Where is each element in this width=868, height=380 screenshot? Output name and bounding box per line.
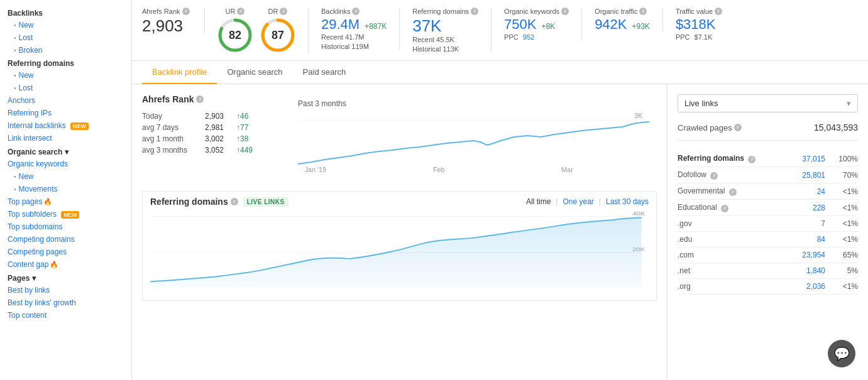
sidebar-item-content-gap[interactable]: Content gap (0, 258, 131, 271)
crawled-pages-value: 15,043,593 (814, 122, 858, 133)
ok-ppc-value[interactable]: 952 (523, 33, 534, 41)
gov-value: 24 (817, 187, 825, 196)
ahrefs-rank-value: 2,903 (142, 18, 192, 34)
dr-label: DR i (268, 8, 288, 15)
new-badge: NEW (70, 122, 89, 130)
sidebar-section-referring-domains[interactable]: Referring domains (0, 57, 131, 69)
rank-row-3months: avg 3 months 3,052 ↑449 (142, 146, 280, 155)
ur-gauge: UR i 82 (217, 8, 253, 53)
time-option-all-time[interactable]: All time (526, 197, 551, 206)
rd-right-info-icon[interactable]: i (748, 156, 755, 163)
ok-label: Organic keywords i (504, 8, 569, 15)
crawled-pages-label: Crawled pages i (678, 123, 742, 133)
sidebar-item-top-subdomains[interactable]: Top subdomains (0, 220, 131, 233)
ar-chart-svg: 3K Jan '19 Feb Mar (298, 111, 649, 173)
ur-value: 82 (229, 29, 241, 42)
ar-section-title: Ahrefs Rank i (142, 94, 280, 104)
rd-chart-svg: 40K 20K (150, 209, 649, 288)
sidebar-item-top-content[interactable]: Top content (0, 309, 131, 322)
sidebar-item-top-subfolders[interactable]: Top subfolders NEW (0, 208, 131, 220)
ar-info-icon[interactable]: i (196, 95, 204, 103)
sidebar-item-ok-new[interactable]: • New (0, 170, 131, 183)
tv-info-icon[interactable]: i (715, 8, 722, 15)
sidebar-item-best-by-links[interactable]: Best by links (0, 284, 131, 296)
stats-bar: Ahrefs Rank i 2,903 UR i 82 (132, 0, 868, 61)
ur-info-icon[interactable]: i (237, 8, 244, 15)
sidebar-item-anchors[interactable]: Anchors (0, 94, 131, 107)
tv-ppc-value: $7.1K (695, 33, 713, 41)
rd-com-row: .com 23,954 65% (678, 247, 858, 263)
chart-time-label: Past 3 months (298, 99, 346, 108)
crawled-pages-row: Crawled pages i 15,043,593 (678, 122, 858, 141)
tv-label: Traffic value i (676, 8, 722, 15)
ok-value: 750K (504, 18, 536, 31)
ot-info-icon[interactable]: i (639, 8, 647, 15)
chat-button[interactable]: 💬 (828, 340, 855, 367)
sidebar-item-best-by-links-growth[interactable]: Best by links' growth (0, 296, 131, 309)
rd-chart-info-icon[interactable]: i (231, 198, 238, 205)
stat-traffic-value: Traffic value i $318K PPC $7.1K (663, 8, 735, 41)
ur-circle: 82 (217, 18, 253, 53)
backlinks-delta: +887K (365, 22, 387, 31)
sidebar-item-backlinks-lost[interactable]: • Lost (0, 31, 131, 44)
sidebar: Backlinks • New • Lost • Broken Referrin… (0, 0, 132, 380)
stat-referring-domains: Referring domains i 37K Recent 45.5K His… (400, 8, 492, 53)
sidebar-item-competing-pages[interactable]: Competing pages (0, 246, 131, 258)
sidebar-item-internal-backlinks[interactable]: Internal backlinks NEW (0, 119, 131, 132)
main-panel: Ahrefs Rank i 2,903 UR i 82 (132, 0, 868, 380)
time-option-one-year[interactable]: One year (563, 197, 593, 206)
dofollow-pct: 70% (833, 171, 858, 180)
svg-text:Jan '19: Jan '19 (305, 166, 327, 173)
dr-circle: 87 (260, 18, 295, 53)
rd-educational-row: Educational i 228 <1% (678, 200, 858, 216)
rank-row-today: Today 2,903 ↑46 (142, 112, 280, 121)
dofollow-info-icon[interactable]: i (710, 172, 718, 180)
sidebar-item-ok-movements[interactable]: • Movements (0, 183, 131, 195)
org-pct: <1% (833, 282, 858, 291)
ok-info-icon[interactable]: i (561, 8, 569, 15)
rd-total-value: 37,015 (802, 155, 825, 163)
dropdown-arrow-icon: ▾ (847, 99, 851, 108)
ahrefs-rank-info-icon[interactable]: i (182, 8, 190, 15)
edu-pct: <1% (833, 204, 858, 212)
sidebar-item-referring-ips[interactable]: Referring IPs (0, 107, 131, 119)
sidebar-section-backlinks[interactable]: Backlinks (0, 6, 131, 19)
sidebar-item-organic-keywords[interactable]: Organic keywords (0, 158, 131, 170)
time-option-last-30[interactable]: Last 30 days (606, 197, 649, 206)
edu-tld-pct: <1% (833, 235, 858, 244)
sidebar-section-pages[interactable]: Pages ▾ (0, 271, 131, 284)
tab-backlink-profile[interactable]: Backlink profile (142, 61, 217, 84)
edu-tld-value: 84 (817, 235, 825, 244)
sidebar-item-rd-new[interactable]: • New (0, 69, 131, 82)
live-links-dropdown[interactable]: Live links ▾ (678, 94, 858, 112)
backlinks-info-icon[interactable]: i (352, 8, 360, 15)
sidebar-item-top-pages[interactable]: Top pages (0, 195, 131, 208)
sidebar-item-link-intersect[interactable]: Link intersect (0, 132, 131, 144)
rank-stats: Today 2,903 ↑46 avg 7 days 2,981 ↑77 avg… (142, 112, 280, 155)
sidebar-item-competing-domains[interactable]: Competing domains (0, 233, 131, 246)
ot-value: 942K (595, 18, 627, 31)
tab-paid-search[interactable]: Paid search (293, 61, 356, 84)
sidebar-section-organic-search[interactable]: Organic search ▾ (0, 144, 131, 158)
rd-info-icon[interactable]: i (471, 8, 478, 15)
crawled-info-icon[interactable]: i (734, 124, 742, 131)
svg-text:40K: 40K (632, 209, 645, 216)
dr-value: 87 (272, 29, 284, 42)
com-value: 23,954 (802, 251, 825, 259)
rd-total-row: Referring domains i 37,015 100% (678, 151, 858, 167)
ahrefs-rank-chart: Past 3 months 3K Jan '19 Feb (290, 94, 657, 186)
sidebar-item-backlinks-new[interactable]: • New (0, 19, 131, 31)
gov-info-icon[interactable]: i (729, 188, 737, 196)
ok-delta: +8K (541, 22, 555, 31)
dr-info-icon[interactable]: i (280, 8, 287, 15)
rd-recent: Recent 45.5K (412, 36, 478, 43)
stat-organic-traffic: Organic traffic i 942K +93K (582, 8, 663, 31)
sidebar-item-rd-lost[interactable]: • Lost (0, 82, 131, 94)
edu-info-icon[interactable]: i (721, 205, 728, 212)
backlinks-historical: Historical 119M (321, 43, 387, 50)
tab-organic-search[interactable]: Organic search (217, 61, 292, 84)
ahrefs-rank-label: Ahrefs Rank i (142, 8, 192, 15)
rd-edu-row: .edu 84 <1% (678, 232, 858, 247)
sidebar-item-backlinks-broken[interactable]: • Broken (0, 44, 131, 57)
bullet-icon: • (14, 85, 16, 92)
